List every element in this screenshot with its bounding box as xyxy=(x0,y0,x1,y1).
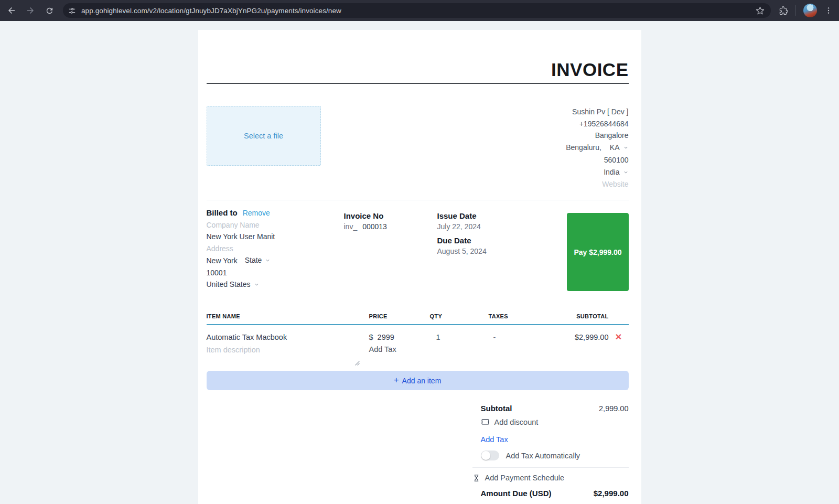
contact-name-field[interactable]: New York User Manit xyxy=(207,231,344,243)
title-rule xyxy=(207,83,629,84)
city-field[interactable]: New York xyxy=(207,255,238,267)
issue-date-field[interactable]: July 22, 2024 xyxy=(437,222,560,231)
business-address-field[interactable]: Bangalore xyxy=(566,130,628,142)
remove-item-button[interactable]: ✕ xyxy=(615,333,622,341)
add-tax-auto-label: Add Tax Automatically xyxy=(506,452,580,460)
business-postal-field[interactable]: 560100 xyxy=(566,154,628,166)
header-section: Select a file Sushin Pv [ Dev ] +1952684… xyxy=(207,106,629,190)
browser-toolbar: app.gohighlevel.com/v2/location/gtJnuybJ… xyxy=(0,0,839,21)
billing-section: Billed to Remove Company Name New York U… xyxy=(207,207,629,291)
postal-code-field[interactable]: 10001 xyxy=(207,267,344,279)
back-button[interactable] xyxy=(6,5,17,16)
col-header-price: PRICE xyxy=(369,313,430,319)
remove-contact-link[interactable]: Remove xyxy=(243,207,270,219)
company-name-field[interactable]: Company Name xyxy=(207,219,344,231)
address-bar[interactable]: app.gohighlevel.com/v2/location/gtJnuybJ… xyxy=(63,3,771,18)
browser-menu-icon[interactable] xyxy=(824,6,833,15)
chevron-down-icon xyxy=(265,255,271,267)
items-table: ITEM NAME PRICE QTY TAXES SUBTOTAL Autom… xyxy=(207,313,629,354)
totals-section: Subtotal 2,999.00 Add discount Add Tax A… xyxy=(472,404,629,498)
price-input[interactable]: 2999 xyxy=(378,333,394,341)
row-subtotal-value: $2,999.00 xyxy=(556,333,609,354)
add-payment-schedule-label: Add Payment Schedule xyxy=(485,474,565,482)
back-icon xyxy=(7,6,16,15)
logo-upload-dropzone[interactable]: Select a file xyxy=(207,106,321,166)
resize-handle-icon[interactable] xyxy=(354,359,360,367)
select-file-label: Select a file xyxy=(244,132,283,140)
invoice-panel: INVOICE Select a file Sushin Pv [ Dev ] … xyxy=(198,30,641,504)
add-discount-button[interactable]: Add discount xyxy=(472,417,629,426)
amount-due-value: $2,999.00 xyxy=(594,489,629,498)
discount-ticket-icon xyxy=(481,417,490,426)
toolbar-separator xyxy=(795,5,796,16)
item-description-input[interactable]: Item description xyxy=(207,346,369,354)
forward-button[interactable] xyxy=(25,5,36,16)
extensions-icon[interactable] xyxy=(779,6,788,15)
row-taxes-value: - xyxy=(489,333,496,341)
add-item-label: Add an item xyxy=(402,377,442,385)
forward-icon xyxy=(26,6,35,15)
business-state-select[interactable]: KA xyxy=(610,143,629,152)
col-header-taxes: TAXES xyxy=(489,313,556,319)
item-name-input[interactable]: Automatic Tax Macbook xyxy=(207,333,369,341)
chevron-down-icon xyxy=(623,142,629,154)
chevron-down-icon xyxy=(623,167,629,179)
col-header-qty: QTY xyxy=(430,313,489,319)
reload-icon xyxy=(45,6,54,15)
business-country-select[interactable]: India xyxy=(604,168,628,176)
currency-symbol: $ xyxy=(369,333,373,341)
amount-due-label: Amount Due (USD) xyxy=(481,489,552,498)
add-tax-link[interactable]: Add Tax xyxy=(472,435,629,444)
business-name-field[interactable]: Sushin Pv [ Dev ] xyxy=(566,106,628,118)
dates-block: Issue Date July 22, 2024 Due Date August… xyxy=(437,207,560,291)
toggle-knob xyxy=(481,451,490,460)
invoice-number-field[interactable]: 000013 xyxy=(362,222,387,231)
subtotal-label: Subtotal xyxy=(481,404,512,413)
col-header-subtotal: SUBTOTAL xyxy=(556,313,609,319)
reload-button[interactable] xyxy=(44,5,55,16)
url-text[interactable]: app.gohighlevel.com/v2/location/gtJnuybJ… xyxy=(81,7,750,15)
toolbar-right xyxy=(779,4,833,17)
profile-avatar[interactable] xyxy=(803,4,817,17)
business-city-field[interactable]: Bengaluru, xyxy=(566,143,601,152)
country-value: United States xyxy=(207,280,251,288)
country-select[interactable]: United States xyxy=(207,280,260,288)
billed-to-block: Billed to Remove Company Name New York U… xyxy=(207,207,344,291)
business-phone-field[interactable]: +19526844684 xyxy=(566,118,628,130)
due-date-field[interactable]: August 5, 2024 xyxy=(437,247,560,255)
business-country-value: India xyxy=(604,168,619,176)
totals-divider xyxy=(472,467,629,468)
qty-input[interactable]: 1 xyxy=(430,333,440,341)
pay-column: Pay $2,999.00 xyxy=(560,207,629,291)
billed-to-label: Billed to xyxy=(207,207,238,219)
plus-icon: + xyxy=(394,375,399,385)
add-discount-label: Add discount xyxy=(494,418,539,426)
invoice-no-label: Invoice No xyxy=(344,211,437,220)
site-info-icon[interactable] xyxy=(68,7,76,15)
add-item-button[interactable]: + Add an item xyxy=(207,371,629,390)
section-divider xyxy=(207,200,629,200)
address-field[interactable]: Address xyxy=(207,243,344,255)
bookmark-star-icon[interactable] xyxy=(756,6,765,15)
add-payment-schedule-button[interactable]: Add Payment Schedule xyxy=(472,474,629,482)
business-info: Sushin Pv [ Dev ] +19526844684 Bangalore… xyxy=(566,106,628,190)
row-add-tax-link[interactable]: Add Tax xyxy=(369,345,430,353)
hourglass-icon xyxy=(472,474,480,482)
due-date-label: Due Date xyxy=(437,236,560,245)
state-select[interactable]: State xyxy=(245,254,271,267)
subtotal-value: 2,999.00 xyxy=(599,404,628,413)
page-background: INVOICE Select a file Sushin Pv [ Dev ] … xyxy=(0,21,839,504)
table-row: Automatic Tax Macbook Item description $… xyxy=(207,325,629,354)
business-website-field[interactable]: Website xyxy=(566,178,628,190)
invoice-title: INVOICE xyxy=(207,60,629,79)
pay-button[interactable]: Pay $2,999.00 xyxy=(567,213,628,291)
add-tax-auto-row: Add Tax Automatically xyxy=(472,451,629,460)
issue-date-label: Issue Date xyxy=(437,211,560,220)
invoice-number-block: Invoice No inv_000013 xyxy=(344,207,437,291)
add-tax-auto-toggle[interactable] xyxy=(481,451,499,460)
state-placeholder: State xyxy=(245,256,262,264)
invoice-prefix-field[interactable]: inv_ xyxy=(344,222,358,231)
items-table-header: ITEM NAME PRICE QTY TAXES SUBTOTAL xyxy=(207,313,629,325)
business-state-value: KA xyxy=(610,143,620,152)
chevron-down-icon xyxy=(254,279,260,291)
